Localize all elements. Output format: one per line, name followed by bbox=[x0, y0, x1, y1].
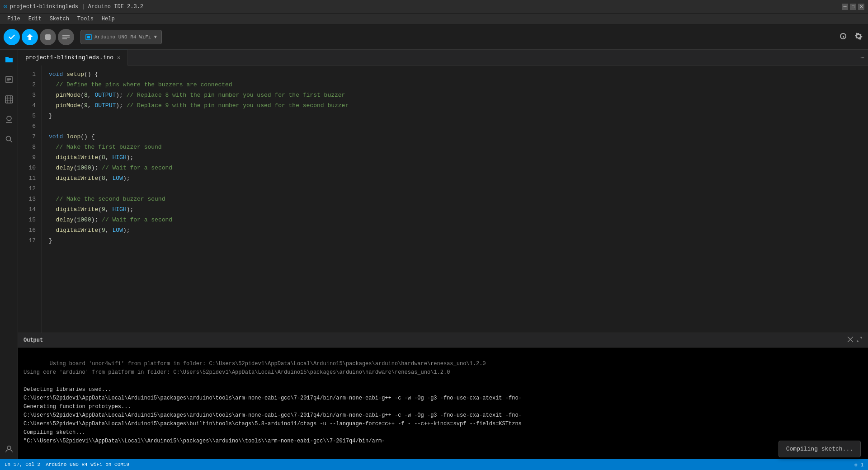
svg-point-15 bbox=[6, 136, 10, 141]
output-content[interactable]: Using board 'unor4wifi' from platform in… bbox=[18, 348, 868, 459]
settings-icon-button[interactable] bbox=[853, 30, 864, 44]
menu-file[interactable]: File bbox=[4, 15, 24, 23]
sidebar-icon-folder[interactable] bbox=[3, 53, 15, 66]
sidebar-icon-debug[interactable] bbox=[3, 113, 15, 126]
svg-point-17 bbox=[7, 446, 11, 450]
output-expand-button[interactable] bbox=[856, 336, 863, 344]
board-selector[interactable]: Arduino UNO R4 WiFi ▼ bbox=[80, 30, 162, 44]
status-bar-right: ⊕ 1 bbox=[854, 462, 863, 468]
left-sidebar bbox=[0, 50, 18, 459]
title-bar-left: ∞ project1-blinkingleds | Arduino IDE 2.… bbox=[4, 3, 143, 10]
output-panel: Output bbox=[18, 333, 868, 459]
output-title: Output bbox=[24, 337, 43, 343]
svg-rect-10 bbox=[5, 96, 13, 103]
svg-rect-1 bbox=[62, 35, 70, 36]
app-icon: ∞ bbox=[4, 3, 7, 10]
code-content[interactable]: void setup() { // Define the pins where … bbox=[42, 66, 868, 333]
sidebar-icon-board-manager[interactable] bbox=[3, 93, 15, 106]
svg-rect-0 bbox=[45, 34, 51, 40]
svg-line-16 bbox=[10, 141, 12, 143]
tab-filename: project1-blinkingleds.ino bbox=[25, 54, 113, 61]
upload-button[interactable] bbox=[22, 29, 38, 45]
board-name: Arduino UNO R4 WiFi bbox=[94, 34, 151, 40]
sidebar-icon-user[interactable] bbox=[3, 443, 15, 456]
verify-button[interactable] bbox=[4, 29, 20, 45]
code-editor[interactable]: 1 2 3 4 5 6 7 8 9 10 11 12 13 14 15 16 1… bbox=[18, 66, 868, 333]
menu-bar: File Edit Sketch Tools Help bbox=[0, 14, 868, 24]
toolbar: Arduino UNO R4 WiFi ▼ bbox=[0, 24, 868, 50]
svg-rect-2 bbox=[62, 37, 70, 38]
sidebar-icon-search[interactable] bbox=[3, 133, 15, 146]
menu-help[interactable]: Help bbox=[98, 15, 118, 23]
status-indicator: ⊕ 1 bbox=[854, 462, 863, 468]
line-numbers: 1 2 3 4 5 6 7 8 9 10 11 12 13 14 15 16 1… bbox=[18, 66, 42, 333]
compiling-text: Compiling sketch... bbox=[786, 446, 853, 452]
menu-edit[interactable]: Edit bbox=[25, 15, 45, 23]
minimize-button[interactable]: ─ bbox=[842, 4, 848, 10]
active-file-tab[interactable]: project1-blinkingleds.ino ✕ bbox=[18, 50, 128, 66]
svg-rect-3 bbox=[62, 38, 67, 39]
editor-container: project1-blinkingleds.ino ✕ ⋯ 1 2 3 4 5 … bbox=[18, 50, 868, 459]
title-bar: ∞ project1-blinkingleds | Arduino IDE 2.… bbox=[0, 0, 868, 14]
maximize-button[interactable]: □ bbox=[850, 4, 856, 10]
svg-rect-5 bbox=[87, 36, 90, 38]
toolbar-right bbox=[837, 30, 864, 44]
status-position: Ln 17, Col 2 bbox=[5, 462, 40, 467]
output-clear-button[interactable] bbox=[847, 336, 854, 344]
menu-tools[interactable]: Tools bbox=[74, 15, 97, 23]
tab-menu-button[interactable]: ⋯ bbox=[861, 54, 864, 61]
compiling-popup: Compiling sketch... bbox=[778, 441, 861, 457]
debugger-icon-button[interactable] bbox=[837, 30, 849, 44]
status-bar: Ln 17, Col 2 Arduino UNO R4 WiFi on COM1… bbox=[0, 459, 868, 470]
window-controls[interactable]: ─ □ ✕ bbox=[842, 4, 864, 10]
window-title: project1-blinkingleds | Arduino IDE 2.3.… bbox=[10, 4, 143, 10]
file-tabs: project1-blinkingleds.ino ✕ ⋯ bbox=[18, 50, 868, 66]
close-button[interactable]: ✕ bbox=[858, 4, 864, 10]
debug-button[interactable] bbox=[40, 29, 56, 45]
sidebar-icon-sketch[interactable] bbox=[3, 73, 15, 86]
main-area: project1-blinkingleds.ino ✕ ⋯ 1 2 3 4 5 … bbox=[0, 50, 868, 459]
output-header: Output bbox=[18, 333, 868, 348]
board-dropdown-icon: ▼ bbox=[154, 34, 157, 40]
output-controls bbox=[847, 336, 863, 344]
status-board: Arduino UNO R4 WiFi on COM19 bbox=[46, 462, 129, 467]
menu-sketch[interactable]: Sketch bbox=[46, 15, 73, 23]
serial-monitor-button[interactable] bbox=[58, 29, 74, 45]
tab-close-button[interactable]: ✕ bbox=[117, 54, 120, 61]
